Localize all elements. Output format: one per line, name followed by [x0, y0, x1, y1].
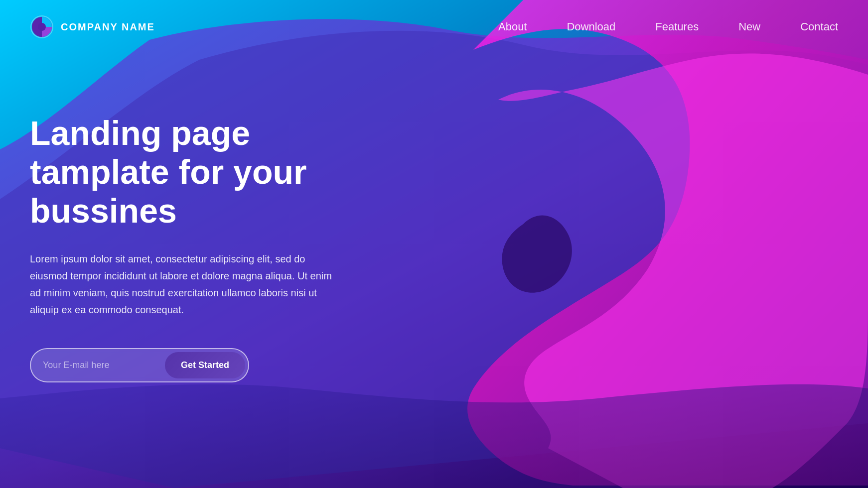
nav-features[interactable]: Features: [655, 20, 699, 33]
email-form: Get Started: [30, 348, 249, 382]
navbar: COMPANY NAME About Download Features New…: [0, 0, 868, 54]
nav-links: About Download Features New Contact: [498, 20, 838, 33]
hero-title: Landing page tamplate for your bussines: [30, 114, 349, 231]
company-name-label: COMPANY NAME: [61, 21, 155, 33]
logo-area: COMPANY NAME: [30, 15, 155, 39]
nav-contact[interactable]: Contact: [800, 20, 838, 33]
logo-icon: [30, 15, 54, 39]
nav-download[interactable]: Download: [567, 20, 615, 33]
hero-section: Landing page tamplate for your bussines …: [0, 54, 379, 412]
svg-point-3: [38, 23, 46, 31]
nav-about[interactable]: About: [498, 20, 527, 33]
email-input[interactable]: [43, 355, 165, 375]
get-started-button[interactable]: Get Started: [165, 352, 245, 378]
nav-new[interactable]: New: [738, 20, 760, 33]
hero-description: Lorem ipsum dolor sit amet, consectetur …: [30, 250, 339, 318]
